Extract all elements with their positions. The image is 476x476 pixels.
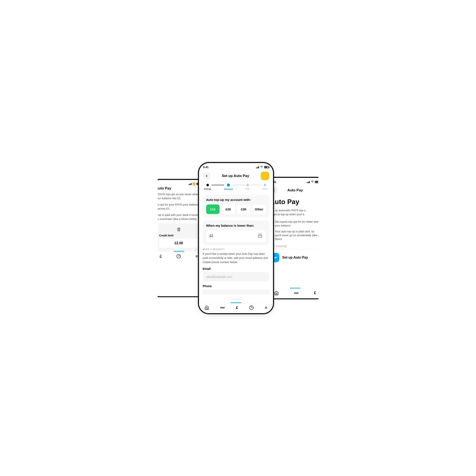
- step-pay: Pay: [245, 184, 250, 190]
- step-label-energy: Energy: [204, 187, 211, 190]
- phone-label: Phone: [203, 284, 269, 288]
- svg-point-5: [223, 307, 224, 308]
- center-header: Set up Auto Pay ⚡: [203, 170, 269, 184]
- right-content: Auto Pay Set up automatic PAYG top-uforg…: [267, 198, 324, 263]
- receipt-desc: If you'd like a receipt when your Auto P…: [203, 252, 269, 264]
- receipt-label: NEED A RECEIPT?: [203, 248, 269, 251]
- left-content: Auto Pay c PAYG top-ups so you never whe…: [153, 186, 205, 251]
- balance-value: £2: [210, 234, 213, 238]
- lock-icon: [258, 233, 262, 239]
- center-status-icons: [256, 166, 269, 169]
- step-label-done: Done: [262, 187, 268, 190]
- step-dot-energy: [206, 184, 209, 186]
- balance-card-title: When my balance is lower than:: [206, 224, 266, 227]
- step-label-pay: Pay: [245, 187, 250, 190]
- screen-container: 📶 Auto Pay c PAYG top-ups so you never w…: [126, 153, 350, 323]
- center-nav-currency[interactable]: £: [236, 306, 238, 310]
- step-dot-done: [264, 184, 266, 186]
- step-line-1: [211, 185, 224, 185]
- setup-btn-label: Set up Auto Pay: [282, 256, 308, 259]
- credit-card: 🗑 Credit limit £2.00: [156, 223, 202, 251]
- nav-item-currency[interactable]: £: [160, 254, 162, 259]
- amount-btn-20[interactable]: £20: [221, 204, 235, 214]
- auto-pay-big-title: Auto Pay: [270, 198, 320, 206]
- right-nav-activity[interactable]: [294, 291, 299, 295]
- balance-row: £2: [206, 230, 266, 242]
- right-signal-icon: [307, 181, 310, 183]
- email-placeholder: sam@example.com: [206, 275, 232, 278]
- email-label: Email: [203, 267, 269, 271]
- amount-btn-other[interactable]: Other: [253, 204, 266, 214]
- divider: [270, 249, 320, 250]
- right-battery-icon: [315, 181, 320, 183]
- step-dot-pay: [246, 184, 249, 186]
- left-text-2: op-ups for your PAYG your balance reache…: [156, 203, 202, 211]
- right-nav-currency[interactable]: £: [314, 291, 316, 295]
- topup-card: Auto top-up my account with: £10 £20 £30…: [203, 195, 269, 217]
- setup-auto-pay-button[interactable]: Set up Auto Pay: [270, 252, 320, 263]
- step-amount: Amount: [224, 184, 233, 190]
- left-text-3: o-up is paid with your bank ll never go …: [156, 213, 202, 221]
- check-item-2: ✓ Your auto top-up is paid card, so you'…: [270, 230, 320, 241]
- left-title: Auto Pay: [156, 186, 202, 190]
- svg-point-11: [296, 292, 297, 293]
- balance-card: When my balance is lower than: £2: [203, 220, 269, 245]
- center-nav-activity[interactable]: [220, 305, 225, 310]
- amount-btn-10[interactable]: £10: [206, 204, 220, 214]
- right-header-title: Auto Pay: [287, 188, 303, 192]
- nav-item-menu[interactable]: ≡: [196, 254, 198, 259]
- wifi-icon: 📶: [192, 183, 196, 186]
- right-nav-home[interactable]: [274, 291, 279, 295]
- center-wifi-icon: [260, 166, 263, 169]
- right-phone: 9:41: [266, 177, 325, 299]
- receipt-section: NEED A RECEIPT? If you'd like a receipt …: [203, 248, 269, 294]
- center-signal-icon: [256, 166, 259, 168]
- credit-limit-label: Credit limit: [159, 234, 199, 237]
- trash-icon: 🗑: [159, 227, 199, 232]
- center-time: 9:41: [203, 166, 209, 169]
- svg-point-12: [297, 292, 298, 293]
- check-text-2: Your auto top-up is paid card, so you'll…: [275, 230, 320, 241]
- svg-text:?: ?: [178, 255, 180, 258]
- step-line-3: [250, 185, 262, 185]
- left-nav-bar: £ ? ≡: [153, 252, 205, 262]
- svg-point-3: [221, 307, 221, 308]
- check-list: ✓ Set repeat top-ups for yo meter when y…: [270, 220, 320, 241]
- header-title: Set up Auto Pay: [222, 174, 249, 178]
- step-dot-amount: [227, 184, 230, 187]
- step-label-amount: Amount: [224, 188, 233, 190]
- nav-item-help[interactable]: ?: [176, 254, 181, 259]
- check-text-1: Set repeat top-ups for yo meter when you…: [275, 220, 320, 228]
- phone-input[interactable]: [203, 289, 269, 294]
- center-phone: 9:41: [198, 162, 274, 314]
- center-nav-home[interactable]: [204, 305, 209, 310]
- credit-amount: £2.00: [159, 239, 199, 248]
- topup-card-title: Auto top-up my account with:: [206, 198, 266, 202]
- amount-grid: £10 £20 £30 Other: [206, 204, 266, 214]
- amount-btn-30[interactable]: £30: [237, 204, 250, 214]
- center-status-bar: 9:41: [199, 163, 273, 170]
- get-started-label: GET STARTED: [270, 245, 320, 248]
- left-status-bar: 📶: [153, 180, 205, 186]
- email-input[interactable]: sam@example.com: [203, 272, 269, 281]
- svg-point-4: [222, 307, 223, 308]
- right-status-bar: 9:41: [267, 178, 324, 184]
- back-button[interactable]: [203, 172, 210, 180]
- step-line-2: [233, 185, 245, 185]
- signal-icon: [188, 183, 192, 185]
- svg-point-10: [294, 292, 295, 293]
- svg-rect-2: [258, 235, 262, 238]
- center-battery-icon: [264, 166, 269, 168]
- center-nav-bar: £ ≡: [199, 303, 273, 313]
- left-text-1: c PAYG top-ups so you never when your ba…: [156, 192, 202, 201]
- header-action-icon[interactable]: ⚡: [261, 172, 269, 180]
- right-header: Auto Pay: [267, 184, 324, 196]
- auto-pay-desc: Set up automatic PAYG top-uforget to top…: [270, 208, 320, 217]
- right-nav-bar: £: [267, 289, 324, 298]
- step-energy: Energy: [204, 184, 211, 190]
- center-nav-menu[interactable]: ≡: [265, 305, 268, 310]
- check-item-1: ✓ Set repeat top-ups for yo meter when y…: [270, 220, 320, 228]
- right-status-icons: [307, 180, 320, 184]
- right-wifi-icon: [311, 180, 314, 184]
- center-nav-help[interactable]: [249, 305, 254, 310]
